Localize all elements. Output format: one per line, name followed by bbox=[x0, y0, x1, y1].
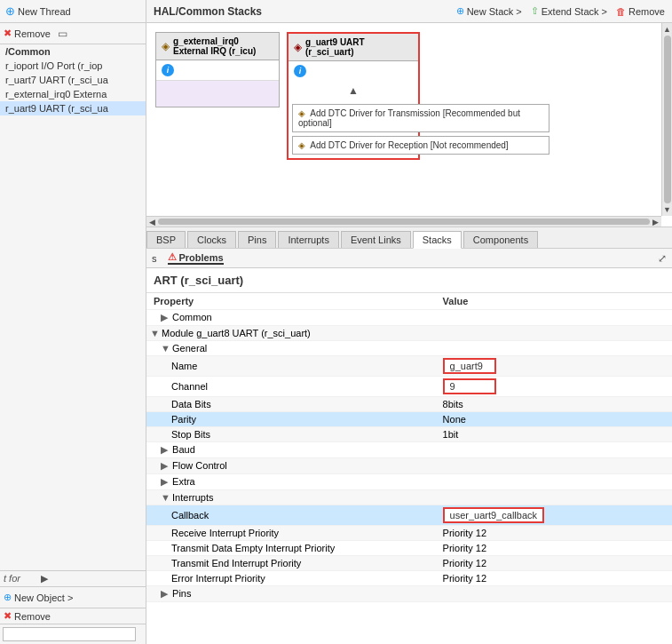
tab-stacks[interactable]: Stacks bbox=[413, 231, 462, 249]
expand-common-icon[interactable]: ▶ bbox=[161, 312, 170, 323]
dtc-card-tx[interactable]: ◈ Add DTC Driver for Transmission [Recom… bbox=[292, 104, 549, 132]
table-row[interactable]: Transmit End Interrupt Priority Priority… bbox=[146, 556, 672, 571]
section-baud-label: Baud bbox=[172, 444, 195, 455]
prop-name-value[interactable]: g_uart9 bbox=[436, 356, 672, 377]
prop-callback-value[interactable]: user_uart9_callback bbox=[436, 505, 672, 526]
prop-stopbits-label: Stop Bits bbox=[146, 427, 436, 442]
prop-tx-empty-prio-value: Priority 12 bbox=[436, 541, 672, 556]
new-stack-icon: ⊕ bbox=[456, 5, 464, 17]
tab-components[interactable]: Components bbox=[463, 231, 538, 248]
name-value-outlined[interactable]: g_uart9 bbox=[443, 358, 496, 374]
prop-err-prio-label: Error Interrupt Priority bbox=[146, 571, 436, 586]
left-remove-button[interactable]: ✖ Remove bbox=[4, 28, 51, 39]
list-item[interactable]: r_ioport I/O Port (r_iop bbox=[0, 59, 146, 73]
left-remove2-button[interactable]: ✖ Remove bbox=[4, 610, 142, 622]
table-row[interactable]: ▶ Flow Control bbox=[146, 458, 672, 474]
scroll-right-icon[interactable]: ▶ bbox=[650, 218, 661, 227]
section-interrupts-label: Interrupts bbox=[172, 492, 213, 503]
scroll-up-icon[interactable]: ▲ bbox=[663, 23, 671, 34]
problems-tab-problems[interactable]: ⚠ Problems bbox=[168, 251, 224, 265]
left-search-input[interactable] bbox=[3, 627, 136, 641]
expand-baud-icon[interactable]: ▶ bbox=[161, 444, 170, 456]
table-row[interactable]: Stop Bits 1bit bbox=[146, 427, 672, 442]
table-row[interactable]: Callback user_uart9_callback bbox=[146, 505, 672, 526]
list-item[interactable]: r_uart7 UART (r_sci_ua bbox=[0, 73, 146, 87]
scroll-down-icon[interactable]: ▼ bbox=[663, 205, 671, 216]
prop-channel-label: Channel bbox=[146, 377, 436, 397]
extend-stack-button[interactable]: ⇧ Extend Stack > bbox=[531, 5, 607, 17]
left-search bbox=[0, 624, 146, 644]
property-table: Property Value ▶ Common bbox=[146, 293, 672, 602]
table-row[interactable]: Channel 9 bbox=[146, 377, 672, 397]
table-row[interactable]: Error Interrupt Priority Priority 12 bbox=[146, 571, 672, 586]
table-row[interactable]: ▶ Extra bbox=[146, 474, 672, 490]
table-row[interactable]: ▶ Pins bbox=[146, 586, 672, 602]
expand-interrupts-icon[interactable]: ▼ bbox=[161, 492, 170, 503]
new-object-button[interactable]: ⊕ New Object > bbox=[4, 592, 73, 603]
tab-bsp[interactable]: BSP bbox=[146, 231, 186, 248]
tab-pins[interactable]: Pins bbox=[238, 231, 276, 248]
stacks-canvas: ◈ g_external_irq0External IRQ (r_icu) i … bbox=[146, 23, 672, 227]
expand-general-icon[interactable]: ▼ bbox=[161, 343, 170, 354]
list-item[interactable]: r_external_irq0 Externa bbox=[0, 87, 146, 101]
prop-rx-prio-value: Priority 12 bbox=[436, 526, 672, 541]
table-row[interactable]: ▼ Module g_uart8 UART (r_sci_uart) bbox=[146, 326, 672, 341]
stack-card-irq0[interactable]: ◈ g_external_irq0External IRQ (r_icu) i bbox=[155, 32, 280, 107]
uart-info-icon[interactable]: i bbox=[294, 65, 306, 77]
expand-module-icon[interactable]: ▼ bbox=[150, 328, 159, 338]
table-row[interactable]: ▼ Interrupts bbox=[146, 490, 672, 505]
remove-stack-button[interactable]: 🗑 Remove bbox=[616, 6, 665, 17]
dtc-rx-icon: ◈ bbox=[298, 140, 305, 150]
canvas-scrollbar-v[interactable]: ▲ ▼ bbox=[661, 23, 672, 216]
dtc-tx-icon: ◈ bbox=[298, 108, 305, 118]
table-row[interactable]: Data Bits 8bits bbox=[146, 397, 672, 412]
new-thread-button[interactable]: ⊕ New Thread bbox=[5, 4, 71, 18]
left-bottom-toolbar: ⊕ New Object > bbox=[0, 587, 146, 608]
for-label: t for ▶ bbox=[0, 571, 146, 587]
irq-info-icon[interactable]: i bbox=[162, 64, 174, 76]
table-row[interactable]: Name g_uart9 bbox=[146, 356, 672, 377]
expand-extra-icon[interactable]: ▶ bbox=[161, 476, 170, 488]
section-baud-value bbox=[436, 442, 672, 458]
scroll-left-icon[interactable]: ◀ bbox=[146, 218, 158, 227]
prop-err-prio-value: Priority 12 bbox=[436, 571, 672, 586]
expand-right-icon[interactable]: ▶ bbox=[41, 573, 48, 584]
left-remove2-icon: ✖ bbox=[4, 610, 12, 622]
list-item[interactable]: r_uart9 UART (r_sci_ua bbox=[0, 101, 146, 115]
new-object-icon: ⊕ bbox=[4, 592, 12, 603]
new-object-label: New Object > bbox=[14, 592, 73, 603]
list-item[interactable]: /Common bbox=[0, 44, 146, 59]
left-remove-row: ✖ Remove bbox=[0, 608, 146, 624]
stack-card-uart9[interactable]: ◈ g_uart9 UART (r_sci_uart) i ▲ ◈ bbox=[287, 32, 420, 160]
extend-stack-icon: ⇧ bbox=[531, 5, 539, 17]
problems-tab-s[interactable]: s bbox=[152, 251, 157, 265]
table-row[interactable]: ▶ Common bbox=[146, 310, 672, 326]
table-row[interactable]: ▶ Baud bbox=[146, 442, 672, 458]
new-stack-label: New Stack > bbox=[467, 6, 522, 17]
tab-event-links[interactable]: Event Links bbox=[341, 231, 411, 248]
uart-card-icon: ◈ bbox=[294, 41, 302, 53]
prop-parity-value: None bbox=[436, 412, 672, 427]
prop-channel-value[interactable]: 9 bbox=[436, 377, 672, 397]
section-pins-label: Pins bbox=[172, 588, 191, 599]
problems-expand-icon[interactable]: ⤢ bbox=[658, 252, 667, 265]
left-collapse-icon[interactable]: ▭ bbox=[58, 28, 67, 40]
section-flow-label: Flow Control bbox=[172, 460, 227, 471]
canvas-scrollbar-h[interactable]: ◀ ▶ bbox=[146, 216, 661, 227]
section-common-label: Common bbox=[172, 312, 212, 322]
table-row[interactable]: Receive Interrupt Priority Priority 12 bbox=[146, 526, 672, 541]
section-extra-value bbox=[436, 474, 672, 490]
table-row[interactable]: ▼ General bbox=[146, 341, 672, 356]
section-module-label: Module g_uart8 UART (r_sci_uart) bbox=[162, 328, 311, 338]
expand-pins-icon[interactable]: ▶ bbox=[161, 588, 170, 600]
table-row[interactable]: Parity None bbox=[146, 412, 672, 427]
callback-value-outlined[interactable]: user_uart9_callback bbox=[443, 507, 544, 523]
dtc-card-rx[interactable]: ◈ Add DTC Driver for Reception [Not reco… bbox=[292, 136, 549, 155]
table-row[interactable]: Transmit Data Empty Interrupt Priority P… bbox=[146, 541, 672, 556]
new-stack-button[interactable]: ⊕ New Stack > bbox=[456, 5, 522, 17]
tab-interrupts[interactable]: Interrupts bbox=[278, 231, 338, 248]
expand-flow-icon[interactable]: ▶ bbox=[161, 460, 170, 472]
left-list-container: /Common r_ioport I/O Port (r_iop r_uart7… bbox=[0, 44, 146, 571]
tab-clocks[interactable]: Clocks bbox=[187, 231, 236, 248]
channel-value-outlined[interactable]: 9 bbox=[443, 378, 496, 394]
